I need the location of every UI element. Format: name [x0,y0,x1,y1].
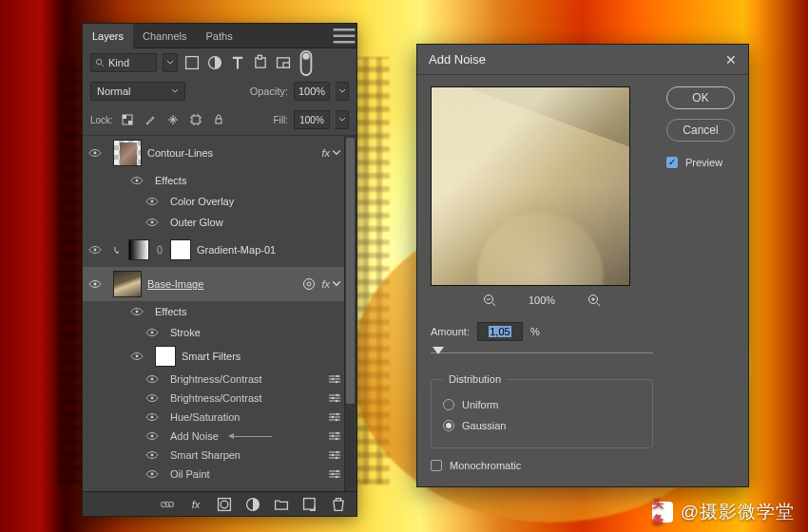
filter-blend-icon[interactable] [324,374,341,384]
filter-blend-icon[interactable] [324,450,341,460]
layer-filter-row: Kind [83,48,356,77]
layer-name[interactable]: Gradient-Map-01 [197,244,341,256]
smart-filters-header[interactable]: Smart Filters [83,343,356,370]
visibility-toggle[interactable] [140,197,164,206]
opacity-value[interactable]: 100% [294,82,330,101]
tab-layers[interactable]: Layers [83,24,133,48]
radio-gaussian[interactable]: Gaussian [443,415,641,436]
tab-channels[interactable]: Channels [133,24,196,48]
visibility-toggle[interactable] [83,279,107,289]
filter-kind-chevron[interactable] [163,53,178,72]
mask-thumbnail[interactable] [170,239,191,260]
visibility-toggle[interactable] [140,328,164,337]
radio-indicator [443,420,454,431]
adjustment-thumbnail[interactable] [128,239,149,260]
preview-image[interactable] [431,86,630,286]
cancel-button[interactable]: Cancel [666,119,735,142]
preview-checkbox[interactable]: Preview [666,157,735,168]
filter-shape-icon[interactable] [252,54,269,71]
visibility-toggle[interactable] [83,148,107,158]
layer-gradient-map[interactable]: Gradient-Map-01 [83,233,356,267]
fill-chevron[interactable] [336,110,349,129]
visibility-toggle[interactable] [140,218,164,227]
adjustment-layer-icon[interactable] [244,496,261,513]
new-group-icon[interactable] [273,496,290,513]
zoom-out-button[interactable] [483,294,496,307]
filter-toggle-icon[interactable] [298,54,315,71]
amount-slider[interactable] [431,345,653,360]
smart-filter-add-noise[interactable]: Add Noise [83,427,356,446]
filter-type-icon[interactable] [229,54,246,71]
layer-thumbnail[interactable] [113,140,142,166]
mask-link-icon[interactable] [155,239,164,260]
filter-blend-icon[interactable] [324,393,341,403]
panel-tabs: Layers Channels Paths [83,24,356,48]
visibility-toggle[interactable] [83,245,107,255]
filter-mask-thumbnail[interactable] [155,346,176,367]
filter-pixel-icon[interactable] [183,54,201,71]
smart-filter-item[interactable]: Brightness/Contrast [83,370,356,389]
fill-value[interactable]: 100% [294,110,330,129]
filter-smartobject-icon[interactable] [275,54,292,71]
smart-filter-item[interactable]: Oil Paint [83,465,356,484]
layer-name[interactable]: Contour-Lines [147,147,316,159]
layer-name[interactable]: Base-Image [147,278,297,290]
distribution-label: Distribution [443,373,507,385]
delete-layer-icon[interactable] [330,496,347,513]
lock-all-icon[interactable] [210,111,227,128]
radio-uniform[interactable]: Uniform [443,394,641,415]
fx-badge[interactable]: fx [321,147,341,159]
monochromatic-checkbox[interactable]: Monochromatic [431,460,653,471]
amount-input[interactable]: 1,05 [477,322,523,341]
link-layers-icon[interactable] [159,496,176,513]
smart-filter-item[interactable]: Brightness/Contrast [83,389,356,408]
zoom-in-button[interactable] [587,294,601,307]
visibility-toggle[interactable] [125,176,149,185]
ok-button[interactable]: OK [666,86,735,109]
layer-base-image[interactable]: Base-Image fx [83,267,356,301]
smart-filter-item[interactable]: Smart Sharpen [83,446,356,465]
scrollbar-thumb[interactable] [346,138,355,404]
visibility-toggle[interactable] [140,450,164,460]
lock-position-icon[interactable] [164,111,182,128]
effect-color-overlay[interactable]: Color Overlay [83,191,356,212]
dialog-titlebar[interactable]: Add Noise ✕ [417,45,748,75]
effect-outer-glow[interactable]: Outer Glow [83,212,356,233]
filter-adjustment-icon[interactable] [206,54,223,71]
opacity-chevron[interactable] [336,82,349,101]
lock-transparency-icon[interactable] [119,111,136,128]
lock-pixels-icon[interactable] [142,111,159,128]
layer-thumbnail[interactable] [113,271,142,297]
visibility-toggle[interactable] [140,469,164,479]
filter-blend-icon[interactable] [324,412,341,422]
visibility-toggle[interactable] [140,393,164,403]
tab-paths[interactable]: Paths [197,24,242,48]
new-layer-icon[interactable] [301,496,318,513]
layer-contour-lines[interactable]: Contour-Lines fx [83,136,356,170]
effects-header[interactable]: Effects [83,301,356,322]
effects-header[interactable]: Effects [83,170,356,191]
visibility-toggle[interactable] [140,374,164,384]
filter-kind-dropdown[interactable]: Kind [90,53,157,72]
svg-point-20 [94,283,97,286]
blend-mode-dropdown[interactable]: Normal [90,82,185,101]
visibility-toggle[interactable] [125,352,149,361]
lock-artboard-icon[interactable] [187,111,204,128]
layer-mask-icon[interactable] [216,496,233,513]
fx-badge[interactable]: fx [321,278,341,290]
visibility-toggle[interactable] [140,431,164,441]
filter-blend-icon[interactable] [324,469,341,479]
dialog-title: Add Noise [429,52,486,66]
watermark-text: @摄影微学堂 [681,500,795,524]
visibility-toggle[interactable] [125,307,149,316]
svg-point-29 [336,381,337,383]
filter-blend-icon[interactable] [324,431,341,441]
smart-filter-item[interactable]: Hue/Saturation [83,408,356,427]
effect-stroke[interactable]: Stroke [83,322,356,343]
panel-menu-icon[interactable] [332,27,356,46]
slider-knob[interactable] [433,347,444,360]
visibility-toggle[interactable] [140,412,164,422]
close-button[interactable]: ✕ [725,52,737,67]
scrollbar-track[interactable] [344,136,356,491]
layer-style-icon[interactable]: fx [187,496,204,513]
